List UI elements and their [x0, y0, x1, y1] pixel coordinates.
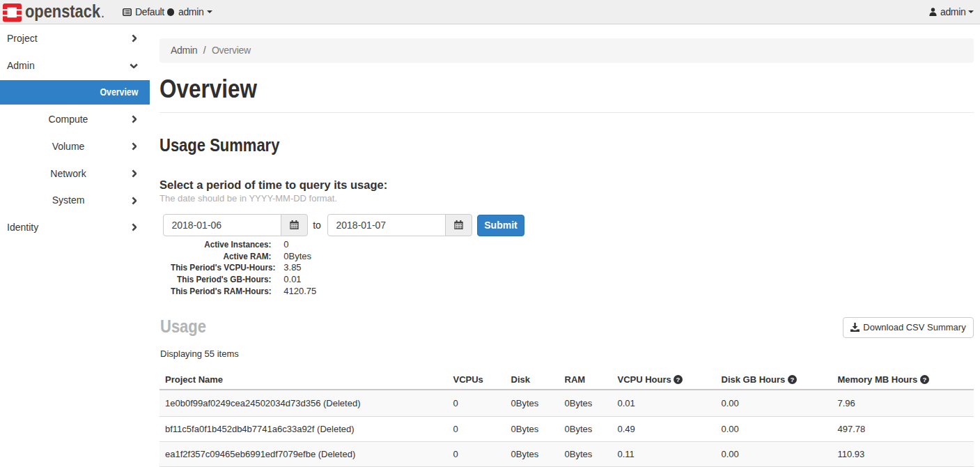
- svg-text:?: ?: [790, 376, 794, 383]
- svg-text:?: ?: [676, 376, 680, 383]
- svg-text:?: ?: [923, 376, 927, 383]
